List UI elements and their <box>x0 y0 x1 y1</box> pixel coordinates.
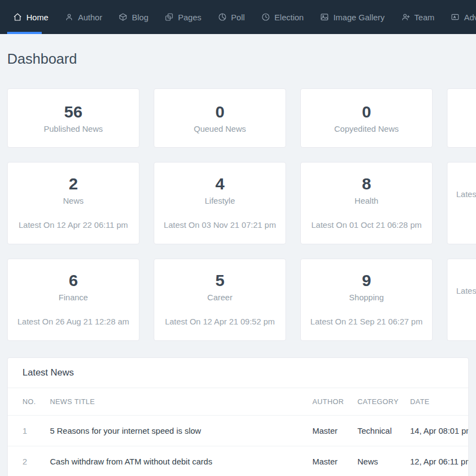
poll-icon <box>218 13 227 21</box>
category-name: Finance <box>8 293 139 302</box>
category-latest-date: Latest On 12 Apr 21 09:52 pm <box>154 317 285 326</box>
category-latest-date: Latest On 26 Aug 21 12:28 am <box>8 317 139 326</box>
category-latest-date: Latest On 21 Sep 21 06:27 pm <box>301 317 432 326</box>
category-card-finance: 6 Finance Latest On 26 Aug 21 12:28 am <box>7 259 139 341</box>
category-cards-row-1: 2 News Latest On 12 Apr 22 06:11 pm 4 Li… <box>7 162 469 244</box>
nav-item-label: Image Gallery <box>333 13 384 22</box>
blog-icon <box>119 13 127 21</box>
news-row-date: 14, Apr 08:01 pm <box>410 416 469 446</box>
latest-news-table: NO. NEWS TITLE AUTHOR CATEGORY DATE 1 5 … <box>8 388 469 476</box>
category-cards-row-2: 6 Finance Latest On 26 Aug 21 12:28 am 5… <box>7 259 469 341</box>
news-row-date: 12, Apr 06:11 pm <box>410 446 469 476</box>
stat-card-published-news: 56 Published News <box>7 88 139 148</box>
nav-item-label: Pages <box>178 13 201 22</box>
table-row: 2 Cash withdraw from ATM without debit c… <box>8 446 469 476</box>
page-title: Dashboard <box>7 51 469 68</box>
news-row-author: Master <box>312 416 357 446</box>
nav-item-label: Author <box>78 13 102 22</box>
stat-card-copyedited-news: 0 Copyedited News <box>300 88 433 148</box>
column-header-category: CATEGORY <box>357 388 410 416</box>
news-row-number: 1 <box>8 416 50 446</box>
nav-item-election[interactable]: Election <box>261 0 304 34</box>
category-latest-date: Latest On <box>447 189 476 199</box>
category-latest-date: Latest On 12 Apr 22 06:11 pm <box>8 220 139 229</box>
latest-news-panel: Latest News NO. NEWS TITLE AUTHOR CATEGO… <box>7 357 469 476</box>
news-row-author: Master <box>312 446 357 476</box>
category-name: News <box>8 196 139 205</box>
category-card-clipped: Latest On <box>447 259 476 341</box>
stat-card-clipped <box>447 88 476 148</box>
nav-item-author[interactable]: Author <box>65 0 102 34</box>
category-count: 5 <box>154 271 285 290</box>
nav-item-label: Poll <box>231 13 245 22</box>
main-content: Dashboard 56 Published News 0 Queued New… <box>0 34 476 476</box>
news-row-title-link[interactable]: 5 Reasons for your internet speed is slo… <box>50 416 312 446</box>
category-name: Shopping <box>301 293 432 302</box>
stat-cards-row: 56 Published News 0 Queued News 0 Copyed… <box>7 88 469 148</box>
stat-value: 0 <box>301 103 432 122</box>
stat-value: 56 <box>8 103 139 122</box>
category-count: 4 <box>154 175 285 194</box>
category-card-career: 5 Career Latest On 12 Apr 21 09:52 pm <box>154 259 286 341</box>
nav-item-pages[interactable]: Pages <box>165 0 201 34</box>
nav-item-blog[interactable]: Blog <box>119 0 148 34</box>
image-gallery-icon <box>320 13 329 21</box>
column-header-date: DATE <box>410 388 469 416</box>
news-row-number: 2 <box>8 446 50 476</box>
category-latest-date: Latest On <box>447 286 476 295</box>
pages-icon <box>165 13 173 21</box>
team-icon <box>401 13 410 21</box>
news-row-title-link[interactable]: Cash withdraw from ATM without debit car… <box>50 446 312 476</box>
nav-item-label: Advertisement <box>464 13 476 22</box>
category-card-lifestyle: 4 Lifestyle Latest On 03 Nov 21 07:21 pm <box>154 162 286 244</box>
home-icon <box>13 13 22 21</box>
news-row-category: Technical <box>357 416 410 446</box>
author-icon <box>65 13 74 21</box>
stat-card-queued-news: 0 Queued News <box>154 88 286 148</box>
category-card-health: 8 Health Latest On 01 Oct 21 06:28 pm <box>300 162 433 244</box>
category-count: 8 <box>301 175 432 194</box>
latest-news-title: Latest News <box>8 358 468 388</box>
stat-value: 0 <box>154 103 285 122</box>
category-count: 6 <box>8 271 139 290</box>
table-row: 1 5 Reasons for your internet speed is s… <box>8 416 469 446</box>
nav-item-home[interactable]: Home <box>13 0 48 34</box>
category-card-shopping: 9 Shopping Latest On 21 Sep 21 06:27 pm <box>300 259 433 341</box>
nav-item-image-gallery[interactable]: Image Gallery <box>320 0 384 34</box>
stat-label: Published News <box>8 124 139 133</box>
table-header-row: NO. NEWS TITLE AUTHOR CATEGORY DATE <box>8 388 469 416</box>
nav-item-team[interactable]: Team <box>401 0 435 34</box>
category-card-clipped: Latest On <box>447 162 476 244</box>
category-count: 2 <box>8 175 139 194</box>
category-latest-date: Latest On 03 Nov 21 07:21 pm <box>154 220 285 229</box>
stat-label: Copyedited News <box>301 124 432 133</box>
column-header-news-title: NEWS TITLE <box>50 388 312 416</box>
nav-item-label: Home <box>26 13 48 22</box>
category-count: 9 <box>301 271 432 290</box>
column-header-no: NO. <box>8 388 50 416</box>
advertisement-icon <box>451 13 460 21</box>
category-latest-date: Latest On 01 Oct 21 06:28 pm <box>301 220 432 229</box>
category-card-news: 2 News Latest On 12 Apr 22 06:11 pm <box>7 162 139 244</box>
nav-item-label: Team <box>415 13 435 22</box>
category-name: Career <box>154 293 285 302</box>
category-name: Health <box>301 196 432 205</box>
nav-item-advertisement[interactable]: Advertisement <box>451 0 476 34</box>
nav-item-label: Election <box>275 13 304 22</box>
news-row-category: News <box>357 446 410 476</box>
nav-item-poll[interactable]: Poll <box>218 0 245 34</box>
election-icon <box>261 13 270 21</box>
category-name: Lifestyle <box>154 196 285 205</box>
stat-label: Queued News <box>154 124 285 133</box>
top-nav: Home Author Blog Pages Poll Election <box>0 0 476 34</box>
nav-item-label: Blog <box>132 13 148 22</box>
column-header-author: AUTHOR <box>312 388 357 416</box>
